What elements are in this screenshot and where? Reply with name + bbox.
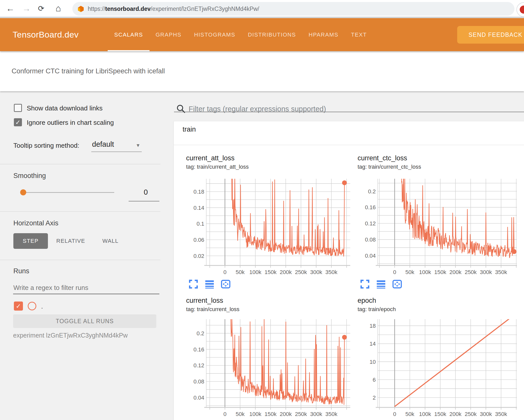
ignore-outliers-label: Ignore outliers in chart scaling <box>27 119 114 127</box>
reload-icon[interactable]: ⟳ <box>35 0 47 17</box>
tooltip-sort-select[interactable]: default <box>92 140 114 148</box>
y-tick-label: 0.08 <box>365 236 376 243</box>
smoothing-slider-track[interactable] <box>21 192 114 193</box>
send-feedback-button[interactable]: SEND FEEDBACK <box>457 26 524 44</box>
scalar-chart-epoch[interactable]: 18141062050k100k150k200k250k300k350k <box>356 314 524 420</box>
chart-tag: tag: train/current_ctc_loss <box>358 164 421 170</box>
check-icon: ✓ <box>16 303 21 309</box>
chart-toolbar <box>360 279 402 289</box>
chart-title: current_loss <box>186 297 223 305</box>
toggle-all-runs-button[interactable]: TOGGLE ALL RUNS <box>13 314 156 328</box>
forward-icon[interactable]: → <box>20 0 33 17</box>
chart-toolbar <box>189 279 230 289</box>
x-tick-label: 150k <box>434 269 447 275</box>
y-tick-label: 0.02 <box>193 253 204 259</box>
chart-tag: tag: train/epoch <box>358 306 396 313</box>
series-end-dot <box>342 180 347 185</box>
run-color-radio[interactable] <box>28 302 36 310</box>
y-tick-label: 0.16 <box>365 204 376 211</box>
profile-avatar[interactable] <box>516 2 524 17</box>
chart-tag: tag: train/current_att_loss <box>186 164 249 170</box>
title-band: Conformer CTC training for LibriSpeech w… <box>0 51 524 91</box>
y-tick-label: 0.1 <box>196 221 204 227</box>
x-tick-label: 250k <box>465 269 477 275</box>
scalar-chart-current-att-loss[interactable]: 0.180.140.10.060.02050k100k150k200k250k3… <box>184 174 358 283</box>
axis-wall-button[interactable]: WALL <box>95 233 126 249</box>
tensorboard-favicon <box>77 6 84 12</box>
tab-histograms[interactable]: HISTOGRAMS <box>194 18 235 51</box>
log-scale-icon[interactable] <box>376 279 386 289</box>
fit-domain-icon[interactable] <box>221 279 230 289</box>
fit-domain-icon[interactable] <box>392 279 402 289</box>
chevron-down-icon[interactable]: ▼ <box>136 143 140 148</box>
x-tick-label: 200k <box>280 411 292 417</box>
x-tick-label: 0 <box>223 411 226 417</box>
x-tick-label: 350k <box>495 411 507 417</box>
x-tick-label: 300k <box>310 269 323 275</box>
divider <box>0 260 160 260</box>
url-text: https://tensorboard.dev/experiment/lzGnE… <box>88 6 259 12</box>
x-tick-label: 250k <box>295 411 307 417</box>
y-tick-label: 2 <box>373 395 376 401</box>
chart-canvas[interactable]: 0.180.140.10.060.02050k100k150k200k250k3… <box>184 174 358 282</box>
y-tick-label: 0.12 <box>365 220 376 227</box>
tab-text[interactable]: TEXT <box>351 18 367 51</box>
y-tick-label: 0.06 <box>193 237 204 243</box>
tab-graphs[interactable]: GRAPHS <box>156 18 182 51</box>
experiment-title: Conformer CTC training for LibriSpeech w… <box>12 51 165 91</box>
series-end-dot <box>512 249 516 254</box>
home-icon[interactable]: ⌂ <box>52 0 65 17</box>
show-download-links-label: Show data download links <box>27 104 103 112</box>
x-tick-label: 50k <box>236 269 245 275</box>
y-tick-label: 0.16 <box>193 346 204 353</box>
x-tick-label: 150k <box>434 411 447 417</box>
chart-title: current_ctc_loss <box>358 154 407 162</box>
y-tick-label: 0.12 <box>193 362 204 369</box>
axis-step-button[interactable]: STEP <box>13 233 48 249</box>
chart-canvas[interactable]: 0.20.160.120.080.04050k100k150k200k250k3… <box>184 314 358 420</box>
x-tick-label: 350k <box>325 269 338 275</box>
smoothing-label: Smoothing <box>13 172 46 180</box>
expand-icon[interactable] <box>360 279 370 289</box>
smoothing-slider-thumb[interactable] <box>20 189 26 195</box>
runs-filter-underline <box>13 294 159 294</box>
y-tick-label: 0.2 <box>368 188 376 195</box>
x-tick-label: 250k <box>465 411 477 417</box>
tab-hparams[interactable]: HPARAMS <box>309 18 338 51</box>
browser-toolbar: ← → ⟳ ⌂ https://tensorboard.dev/experime… <box>0 0 524 17</box>
runs-label: Runs <box>13 267 29 275</box>
back-icon[interactable]: ← <box>4 0 17 17</box>
address-bar[interactable]: https://tensorboard.dev/experiment/lzGnE… <box>72 2 514 16</box>
run-checkbox[interactable]: ✓ <box>14 302 23 311</box>
axis-relative-button[interactable]: RELATIVE <box>53 233 88 249</box>
x-tick-label: 0 <box>393 411 396 417</box>
divider <box>0 164 160 164</box>
x-tick-label: 50k <box>236 411 245 417</box>
x-tick-label: 100k <box>249 411 262 417</box>
x-tick-label: 100k <box>249 269 262 275</box>
x-tick-label: 100k <box>419 269 431 275</box>
x-tick-label: 0 <box>393 269 396 275</box>
page-root: ← → ⟳ ⌂ https://tensorboard.dev/experime… <box>0 0 524 420</box>
scalar-chart-current-loss[interactable]: 0.20.160.120.080.04050k100k150k200k250k3… <box>184 314 358 420</box>
x-tick-label: 300k <box>480 269 492 275</box>
show-download-links-checkbox[interactable] <box>14 104 22 112</box>
chart-title: current_att_loss <box>186 154 235 162</box>
y-tick-label: 18 <box>370 323 376 329</box>
tab-scalars[interactable]: SCALARS <box>114 18 143 51</box>
tab-distributions[interactable]: DISTRIBUTIONS <box>248 18 296 51</box>
expand-icon[interactable] <box>189 279 198 289</box>
smoothing-value[interactable]: 0 <box>138 188 153 196</box>
x-tick-label: 150k <box>265 269 277 275</box>
scalar-chart-current-ctc-loss[interactable]: 0.20.160.120.080.04050k100k150k200k250k3… <box>356 174 524 283</box>
tag-group-title[interactable]: train <box>183 126 196 133</box>
experiment-note: experiment lzGnETjwRxC3yghNMd4kPw <box>13 332 128 339</box>
tab-bar: SCALARS GRAPHS HISTOGRAMS DISTRIBUTIONS … <box>114 18 367 51</box>
y-tick-label: 14 <box>370 341 376 347</box>
log-scale-icon[interactable] <box>205 279 214 289</box>
runs-filter-input[interactable]: Write a regex to filter runs <box>13 284 88 292</box>
ignore-outliers-checkbox[interactable]: ✓ <box>14 118 22 126</box>
chart-canvas[interactable]: 0.20.160.120.080.04050k100k150k200k250k3… <box>356 174 524 282</box>
series-line <box>226 174 344 257</box>
chart-canvas[interactable]: 18141062050k100k150k200k250k300k350k <box>356 314 524 420</box>
